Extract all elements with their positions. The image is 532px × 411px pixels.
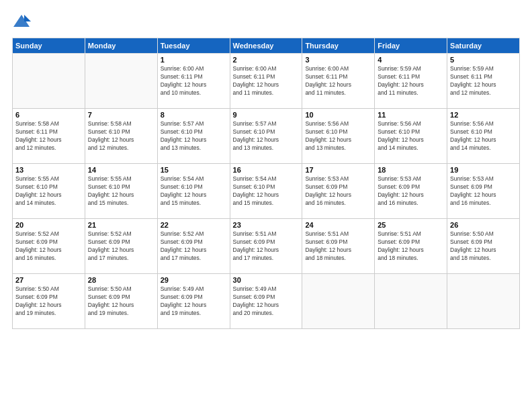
- day-info: Sunrise: 5:49 AM Sunset: 6:09 PM Dayligh…: [233, 285, 300, 318]
- calendar-week-5: 27Sunrise: 5:50 AM Sunset: 6:09 PM Dayli…: [13, 274, 520, 329]
- calendar-header-friday: Friday: [375, 38, 447, 54]
- calendar-week-4: 20Sunrise: 5:52 AM Sunset: 6:09 PM Dayli…: [13, 219, 520, 274]
- day-info: Sunrise: 5:58 AM Sunset: 6:10 PM Dayligh…: [88, 120, 154, 152]
- day-number: 11: [378, 111, 444, 119]
- calendar-cell: 29Sunrise: 5:49 AM Sunset: 6:09 PM Dayli…: [157, 274, 230, 329]
- day-number: 30: [233, 276, 300, 284]
- day-number: 28: [88, 276, 154, 284]
- day-info: Sunrise: 5:53 AM Sunset: 6:09 PM Dayligh…: [378, 175, 444, 208]
- day-number: 12: [450, 111, 517, 119]
- calendar-cell: [302, 274, 375, 329]
- calendar-cell: [375, 274, 447, 329]
- calendar-cell: 20Sunrise: 5:52 AM Sunset: 6:09 PM Dayli…: [13, 219, 85, 274]
- day-info: Sunrise: 5:51 AM Sunset: 6:09 PM Dayligh…: [305, 230, 371, 263]
- day-info: Sunrise: 5:51 AM Sunset: 6:09 PM Dayligh…: [378, 230, 444, 263]
- day-info: Sunrise: 5:52 AM Sunset: 6:09 PM Dayligh…: [15, 230, 82, 263]
- day-info: Sunrise: 5:54 AM Sunset: 6:10 PM Dayligh…: [161, 175, 227, 208]
- calendar-cell: [447, 274, 520, 329]
- calendar-cell: 26Sunrise: 5:50 AM Sunset: 6:09 PM Dayli…: [447, 219, 520, 274]
- calendar-header-sunday: Sunday: [13, 38, 85, 54]
- header: [12, 12, 520, 31]
- day-number: 26: [450, 221, 517, 229]
- calendar-cell: 27Sunrise: 5:50 AM Sunset: 6:09 PM Dayli…: [13, 274, 85, 329]
- calendar-cell: 24Sunrise: 5:51 AM Sunset: 6:09 PM Dayli…: [302, 219, 375, 274]
- day-info: Sunrise: 5:51 AM Sunset: 6:09 PM Dayligh…: [233, 230, 300, 263]
- day-number: 24: [305, 221, 371, 229]
- calendar-cell: 17Sunrise: 5:53 AM Sunset: 6:09 PM Dayli…: [302, 164, 375, 219]
- day-number: 14: [88, 166, 154, 174]
- day-number: 3: [305, 56, 371, 64]
- day-info: Sunrise: 5:49 AM Sunset: 6:09 PM Dayligh…: [161, 285, 227, 318]
- day-info: Sunrise: 5:50 AM Sunset: 6:09 PM Dayligh…: [450, 230, 517, 263]
- day-info: Sunrise: 6:00 AM Sunset: 6:11 PM Dayligh…: [161, 65, 227, 97]
- day-info: Sunrise: 5:59 AM Sunset: 6:11 PM Dayligh…: [450, 65, 517, 97]
- day-number: 5: [450, 56, 517, 64]
- day-number: 15: [161, 166, 227, 174]
- calendar-cell: 8Sunrise: 5:57 AM Sunset: 6:10 PM Daylig…: [157, 109, 230, 164]
- day-info: Sunrise: 6:00 AM Sunset: 6:11 PM Dayligh…: [233, 65, 300, 97]
- calendar-cell: [85, 54, 157, 109]
- calendar-cell: 2Sunrise: 6:00 AM Sunset: 6:11 PM Daylig…: [230, 54, 302, 109]
- day-number: 20: [15, 221, 82, 229]
- calendar-header-tuesday: Tuesday: [157, 38, 230, 54]
- day-info: Sunrise: 5:56 AM Sunset: 6:10 PM Dayligh…: [450, 120, 517, 152]
- day-info: Sunrise: 5:58 AM Sunset: 6:11 PM Dayligh…: [15, 120, 82, 152]
- day-info: Sunrise: 5:55 AM Sunset: 6:10 PM Dayligh…: [15, 175, 82, 208]
- day-number: 2: [233, 56, 300, 64]
- day-number: 22: [161, 221, 227, 229]
- calendar-cell: 14Sunrise: 5:55 AM Sunset: 6:10 PM Dayli…: [85, 164, 157, 219]
- logo-icon: [12, 12, 31, 31]
- calendar-cell: 21Sunrise: 5:52 AM Sunset: 6:09 PM Dayli…: [85, 219, 157, 274]
- calendar-cell: 13Sunrise: 5:55 AM Sunset: 6:10 PM Dayli…: [13, 164, 85, 219]
- calendar-header-saturday: Saturday: [447, 38, 520, 54]
- calendar-cell: 23Sunrise: 5:51 AM Sunset: 6:09 PM Dayli…: [230, 219, 302, 274]
- calendar-cell: 6Sunrise: 5:58 AM Sunset: 6:11 PM Daylig…: [13, 109, 85, 164]
- day-number: 29: [161, 276, 227, 284]
- calendar-week-2: 6Sunrise: 5:58 AM Sunset: 6:11 PM Daylig…: [13, 109, 520, 164]
- day-number: 7: [88, 111, 154, 119]
- calendar-cell: 19Sunrise: 5:53 AM Sunset: 6:09 PM Dayli…: [447, 164, 520, 219]
- day-info: Sunrise: 5:53 AM Sunset: 6:09 PM Dayligh…: [450, 175, 517, 208]
- day-info: Sunrise: 5:56 AM Sunset: 6:10 PM Dayligh…: [305, 120, 371, 152]
- logo: [12, 12, 32, 31]
- calendar-header-wednesday: Wednesday: [230, 38, 302, 54]
- day-number: 13: [15, 166, 82, 174]
- calendar-header-monday: Monday: [85, 38, 157, 54]
- day-info: Sunrise: 5:59 AM Sunset: 6:11 PM Dayligh…: [378, 65, 444, 97]
- calendar-cell: 4Sunrise: 5:59 AM Sunset: 6:11 PM Daylig…: [375, 54, 447, 109]
- day-number: 23: [233, 221, 300, 229]
- day-info: Sunrise: 5:54 AM Sunset: 6:10 PM Dayligh…: [233, 175, 300, 208]
- day-info: Sunrise: 5:53 AM Sunset: 6:09 PM Dayligh…: [305, 175, 371, 208]
- day-info: Sunrise: 5:57 AM Sunset: 6:10 PM Dayligh…: [161, 120, 227, 152]
- day-number: 9: [233, 111, 300, 119]
- calendar: SundayMondayTuesdayWednesdayThursdayFrid…: [12, 38, 520, 329]
- calendar-week-1: 1Sunrise: 6:00 AM Sunset: 6:11 PM Daylig…: [13, 54, 520, 109]
- day-number: 16: [233, 166, 300, 174]
- calendar-cell: 12Sunrise: 5:56 AM Sunset: 6:10 PM Dayli…: [447, 109, 520, 164]
- day-info: Sunrise: 6:00 AM Sunset: 6:11 PM Dayligh…: [305, 65, 371, 97]
- day-number: 21: [88, 221, 154, 229]
- day-info: Sunrise: 5:56 AM Sunset: 6:10 PM Dayligh…: [378, 120, 444, 152]
- day-number: 27: [15, 276, 82, 284]
- calendar-cell: [13, 54, 85, 109]
- calendar-cell: 15Sunrise: 5:54 AM Sunset: 6:10 PM Dayli…: [157, 164, 230, 219]
- calendar-cell: 30Sunrise: 5:49 AM Sunset: 6:09 PM Dayli…: [230, 274, 302, 329]
- calendar-cell: 5Sunrise: 5:59 AM Sunset: 6:11 PM Daylig…: [447, 54, 520, 109]
- calendar-cell: 22Sunrise: 5:52 AM Sunset: 6:09 PM Dayli…: [157, 219, 230, 274]
- day-number: 18: [378, 166, 444, 174]
- day-number: 1: [161, 56, 227, 64]
- day-info: Sunrise: 5:52 AM Sunset: 6:09 PM Dayligh…: [88, 230, 154, 263]
- day-info: Sunrise: 5:50 AM Sunset: 6:09 PM Dayligh…: [15, 285, 82, 318]
- calendar-cell: 3Sunrise: 6:00 AM Sunset: 6:11 PM Daylig…: [302, 54, 375, 109]
- day-info: Sunrise: 5:55 AM Sunset: 6:10 PM Dayligh…: [88, 175, 154, 208]
- calendar-cell: 11Sunrise: 5:56 AM Sunset: 6:10 PM Dayli…: [375, 109, 447, 164]
- calendar-cell: 9Sunrise: 5:57 AM Sunset: 6:10 PM Daylig…: [230, 109, 302, 164]
- calendar-cell: 28Sunrise: 5:50 AM Sunset: 6:09 PM Dayli…: [85, 274, 157, 329]
- page: SundayMondayTuesdayWednesdayThursdayFrid…: [0, 0, 532, 411]
- day-number: 17: [305, 166, 371, 174]
- calendar-cell: 1Sunrise: 6:00 AM Sunset: 6:11 PM Daylig…: [157, 54, 230, 109]
- day-info: Sunrise: 5:50 AM Sunset: 6:09 PM Dayligh…: [88, 285, 154, 318]
- day-number: 4: [378, 56, 444, 64]
- day-number: 10: [305, 111, 371, 119]
- day-number: 19: [450, 166, 517, 174]
